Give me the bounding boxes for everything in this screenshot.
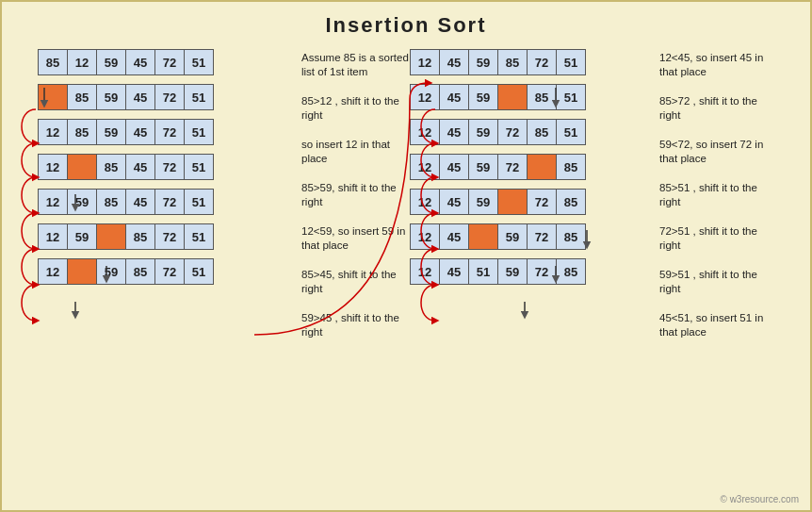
array-cell: 72 — [527, 223, 557, 250]
array-cell: 45 — [125, 84, 155, 110]
array-row: 8559457251 — [38, 84, 213, 110]
array-row: 1259857251 — [38, 258, 213, 285]
array-row: 1259857251 — [38, 223, 213, 250]
array-cell: 85 — [125, 223, 155, 250]
array-cell: 51 — [556, 49, 586, 75]
left-row-wrapper: 1259857251 — [38, 223, 213, 254]
array-cell: 12 — [410, 119, 440, 145]
array-cell: 72 — [497, 154, 528, 180]
array-cell: 51 — [184, 189, 214, 215]
array-cell: 72 — [527, 49, 557, 75]
middle-label-item: Assume 85 is a sorted list of 1st item — [301, 49, 410, 81]
array-cell: 51 — [184, 258, 214, 285]
array-cell: 51 — [184, 223, 214, 250]
array-cell: 59 — [468, 49, 498, 75]
array-cell: 72 — [497, 119, 528, 145]
left-row-wrapper: 125985457251 — [38, 189, 213, 219]
array-cell: 45 — [125, 154, 155, 180]
right-label-item: 72>51 , shift it to the right — [659, 223, 772, 255]
array-cell — [468, 223, 498, 250]
right-row-wrapper: 124551597285 — [410, 258, 585, 289]
array-cell: 59 — [468, 189, 498, 215]
array-row: 851259457251 — [38, 49, 213, 75]
right-label-item: 85>72 , shift it to the right — [659, 92, 772, 124]
array-cell: 85 — [556, 223, 586, 250]
array-cell: 59 — [468, 119, 498, 145]
right-label-item: 12<45, so insert 45 in that place — [659, 49, 772, 81]
array-cell: 59 — [497, 258, 528, 285]
array-cell: 51 — [184, 119, 214, 145]
array-cell: 85 — [38, 49, 68, 75]
array-cell: 85 — [556, 258, 586, 285]
array-cell — [527, 154, 557, 180]
array-cell: 59 — [96, 84, 126, 110]
left-panel: 8512594572518559457251128559457251128545… — [9, 45, 301, 353]
array-cell: 59 — [96, 49, 126, 75]
array-cell — [497, 84, 528, 110]
right-row-wrapper: 1245597285 — [410, 154, 585, 184]
array-cell: 45 — [439, 154, 469, 180]
array-cell: 51 — [184, 84, 214, 110]
array-row: 124551597285 — [410, 258, 585, 285]
right-row-wrapper: 124559728551 — [410, 119, 585, 149]
array-cell: 12 — [38, 154, 68, 180]
left-row-wrapper: 1285457251 — [38, 154, 213, 184]
array-cell — [497, 189, 528, 215]
array-cell: 51 — [556, 84, 586, 110]
array-cell: 85 — [67, 84, 97, 110]
array-cell: 45 — [125, 189, 155, 215]
array-cell — [67, 154, 97, 180]
right-label-item: 85>51 , shift it to the right — [659, 179, 772, 211]
array-cell: 72 — [527, 258, 557, 285]
array-cell: 12 — [410, 154, 440, 180]
left-row-wrapper: 8559457251 — [38, 84, 213, 114]
array-row: 124559728551 — [410, 119, 585, 145]
array-cell: 59 — [67, 223, 97, 250]
array-cell: 12 — [38, 223, 68, 250]
middle-label-item: 85>12 , shift it to the right — [301, 92, 410, 124]
right-labels: 12<45, so insert 45 in that place85>72 ,… — [659, 45, 772, 353]
array-cell: 12 — [410, 223, 440, 250]
left-row-wrapper: 1259857251 — [38, 258, 213, 289]
right-label-item: 59>51 , shift it to the right — [659, 266, 772, 298]
array-cell: 85 — [527, 84, 557, 110]
array-cell: 51 — [184, 154, 214, 180]
array-row: 1245597285 — [410, 189, 585, 215]
page-title: Insertion Sort — [2, 2, 810, 45]
right-panel: 1245598572511245598551124559728551124559… — [410, 45, 659, 353]
array-cell: 45 — [439, 189, 469, 215]
array-row: 1245597285 — [410, 223, 585, 250]
watermark: © w3resource.com — [720, 494, 799, 504]
array-cell: 59 — [497, 223, 528, 250]
array-cell: 72 — [154, 119, 185, 145]
array-cell: 59 — [468, 154, 498, 180]
array-cell: 72 — [154, 189, 185, 215]
array-cell — [38, 84, 68, 110]
array-cell: 51 — [556, 119, 586, 145]
array-cell: 59 — [96, 258, 126, 285]
right-row-wrapper: 1245597285 — [410, 223, 585, 254]
array-cell: 85 — [96, 154, 126, 180]
array-cell: 85 — [96, 189, 126, 215]
right-row-wrapper: 1245597285 — [410, 189, 585, 219]
left-row-wrapper: 851259457251 — [38, 49, 213, 79]
array-cell: 85 — [125, 258, 155, 285]
array-cell: 85 — [556, 154, 586, 180]
main-container: Insertion Sort 8512594572518559457251128… — [0, 0, 812, 512]
right-row-wrapper: 1245598551 — [410, 84, 585, 114]
array-cell: 85 — [497, 49, 528, 75]
array-cell: 59 — [96, 119, 126, 145]
middle-label-item: 85>45, shift it to the right — [301, 266, 410, 298]
middle-label-item: 85>59, shift it to the right — [301, 179, 410, 211]
array-row: 124559857251 — [410, 49, 585, 75]
array-cell: 45 — [439, 84, 469, 110]
array-cell: 85 — [527, 119, 557, 145]
array-cell: 12 — [67, 49, 97, 75]
array-cell: 45 — [439, 119, 469, 145]
array-row: 1285457251 — [38, 154, 213, 180]
middle-label-item: 59>45 , shift it to the right — [301, 309, 410, 341]
array-cell: 72 — [527, 189, 557, 215]
array-cell: 51 — [468, 258, 498, 285]
array-row: 125985457251 — [38, 189, 213, 215]
array-cell — [67, 258, 97, 285]
